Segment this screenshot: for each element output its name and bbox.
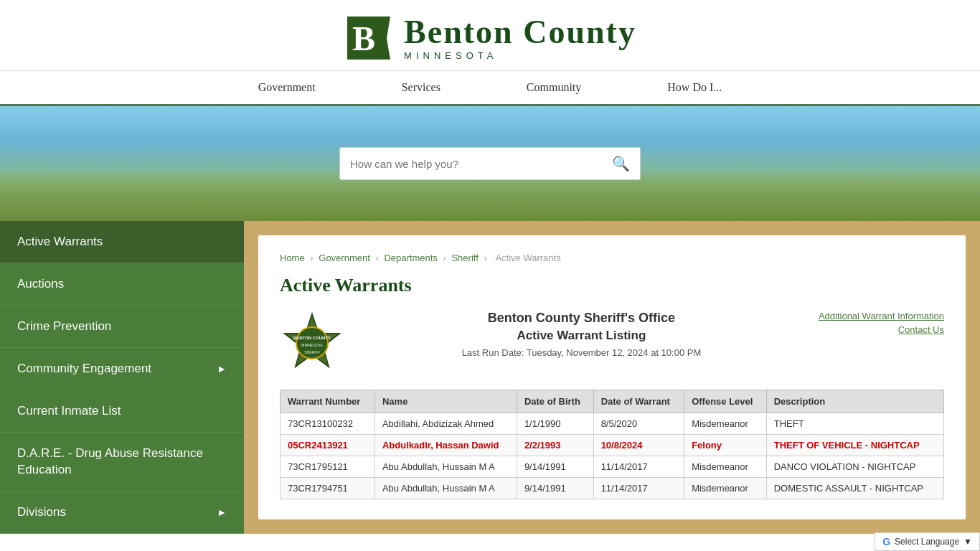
- table-cell: DANCO VIOLATION - NIGHTCAP: [766, 456, 943, 478]
- logo-text: Benton County MINNESOTA: [404, 16, 636, 61]
- search-input[interactable]: [340, 151, 602, 177]
- sidebar-label-community-engagement: Community Engagement: [17, 361, 151, 377]
- sidebar-label-active-warrants: Active Warrants: [17, 234, 103, 250]
- additional-warrant-info-link[interactable]: Additional Warrant Information: [819, 311, 944, 321]
- svg-text:BENTON COUNTY: BENTON COUNTY: [293, 336, 331, 340]
- col-offense-level: Offense Level: [684, 390, 767, 413]
- main-content: Home › Government › Departments › Sherif…: [258, 235, 966, 519]
- table-cell: 11/14/2017: [593, 456, 684, 478]
- table-cell: Felony: [684, 435, 767, 456]
- nav-how-do-i[interactable]: How Do I...: [624, 71, 765, 104]
- table-cell: 2/2/1993: [517, 435, 593, 456]
- breadcrumb-sep1: ›: [310, 253, 313, 263]
- breadcrumb-current: Active Warrants: [495, 253, 560, 263]
- sidebar-item-dare[interactable]: D.A.R.E. - Drug Abuse Resistance Educati…: [0, 433, 244, 491]
- sidebar-label-auctions: Auctions: [17, 276, 64, 292]
- breadcrumb: Home › Government › Departments › Sherif…: [280, 253, 944, 263]
- breadcrumb-home[interactable]: Home: [280, 253, 305, 263]
- table-cell: Abdillahi, Abdizizak Ahmed: [374, 413, 517, 435]
- chevron-right-icon-divisions: ►: [217, 507, 227, 518]
- col-description: Description: [766, 390, 943, 413]
- table-row: 73CR13100232Abdillahi, Abdizizak Ahmed1/…: [281, 413, 944, 435]
- sidebar-item-auctions[interactable]: Auctions: [0, 263, 244, 306]
- table-cell: 10/8/2024: [593, 435, 684, 456]
- table-row: 05CR2413921Abdulkadir, Hassan Dawid2/2/1…: [281, 435, 944, 456]
- table-cell: 11/14/2017: [593, 478, 684, 499]
- breadcrumb-departments[interactable]: Departments: [384, 253, 437, 263]
- table-cell: Misdemeanor: [684, 413, 767, 435]
- sidebar-item-crime-prevention[interactable]: Crime Prevention: [0, 306, 244, 348]
- table-cell: THEFT: [766, 413, 943, 435]
- table-cell: 73CR1794751: [281, 478, 375, 499]
- table-cell: 9/14/1991: [517, 456, 593, 478]
- nav-services[interactable]: Services: [359, 71, 484, 104]
- warrant-title-block: Benton County Sheriff's Office Active Wa…: [362, 311, 801, 358]
- search-button[interactable]: 🔍: [602, 155, 640, 172]
- col-warrant-number: Warrant Number: [281, 390, 375, 413]
- warrant-office-title: Benton County Sheriff's Office: [362, 311, 801, 326]
- breadcrumb-government[interactable]: Government: [319, 253, 370, 263]
- chevron-right-icon: ►: [217, 363, 227, 375]
- breadcrumb-sep4: ›: [484, 253, 486, 263]
- warrants-table: Warrant Number Name Date of Birth Date o…: [280, 390, 944, 499]
- table-cell: 05CR2413921: [281, 435, 375, 456]
- sidebar-item-community-engagement[interactable]: Community Engagement ►: [0, 348, 244, 390]
- warrant-header-box: BENTON COUNTY MINNESOTA SHERIFF Benton C…: [280, 311, 944, 375]
- contact-us-link[interactable]: Contact Us: [819, 324, 944, 335]
- col-name: Name: [374, 390, 517, 413]
- table-cell: Abdulkadir, Hassan Dawid: [374, 435, 517, 456]
- table-cell: DOMESTIC ASSAULT - NIGHTCAP: [766, 478, 943, 499]
- table-cell: Abu Abdullah, Hussain M A: [374, 478, 517, 499]
- sidebar-label-divisions: Divisions: [17, 504, 66, 520]
- sidebar-label-crime-prevention: Crime Prevention: [17, 319, 111, 334]
- search-icon: 🔍: [612, 156, 630, 171]
- warrant-links: Additional Warrant Information Contact U…: [819, 311, 944, 338]
- table-cell: 9/14/1991: [517, 478, 593, 499]
- table-cell: 73CR13100232: [281, 413, 375, 435]
- site-subtitle: MINNESOTA: [404, 50, 497, 61]
- svg-text:B: B: [352, 19, 375, 57]
- table-cell: THEFT OF VEHICLE - NIGHTCAP: [766, 435, 943, 456]
- sidebar-item-divisions[interactable]: Divisions ►: [0, 491, 244, 534]
- col-date-warrant: Date of Warrant: [593, 390, 684, 413]
- logo-area: B Benton County MINNESOTA: [0, 13, 980, 63]
- table-cell: Misdemeanor: [684, 478, 767, 499]
- nav-government[interactable]: Government: [215, 71, 359, 104]
- main-nav: Government Services Community How Do I..…: [0, 71, 980, 106]
- sidebar-label-current-inmate-list: Current Inmate List: [17, 403, 121, 419]
- content-wrapper: Active Warrants Auctions Crime Preventio…: [0, 221, 980, 534]
- warrants-tbody: 73CR13100232Abdillahi, Abdizizak Ahmed1/…: [281, 413, 944, 499]
- sidebar-item-current-inmate-list[interactable]: Current Inmate List: [0, 390, 244, 433]
- table-row: 73CR1794751Abu Abdullah, Hussain M A9/14…: [281, 478, 944, 499]
- page-title: Active Warrants: [280, 275, 944, 296]
- table-cell: 1/1/1990: [517, 413, 593, 435]
- table-cell: Misdemeanor: [684, 456, 767, 478]
- col-dob: Date of Birth: [517, 390, 593, 413]
- site-title: Benton County: [404, 16, 636, 49]
- sidebar-label-dare: D.A.R.E. - Drug Abuse Resistance Educati…: [17, 446, 227, 477]
- warrant-run-date: Last Run Date: Tuesday, November 12, 202…: [362, 347, 801, 358]
- warrant-listing-title: Active Warrant Listing: [362, 329, 801, 343]
- table-cell: Abu Abdullah, Hussain M A: [374, 456, 517, 478]
- hero-banner: 🔍: [0, 106, 980, 221]
- b-logo-icon: B: [344, 13, 394, 63]
- search-container: 🔍: [339, 147, 641, 180]
- sidebar: Active Warrants Auctions Crime Preventio…: [0, 221, 244, 534]
- table-row: 73CR1795121Abu Abdullah, Hussain M A9/14…: [281, 456, 944, 478]
- breadcrumb-sep2: ›: [375, 253, 378, 263]
- site-header: B Benton County MINNESOTA: [0, 0, 980, 71]
- svg-text:SHERIFF: SHERIFF: [304, 350, 319, 354]
- table-cell: 73CR1795121: [281, 456, 375, 478]
- sheriff-badge-icon: BENTON COUNTY MINNESOTA SHERIFF: [280, 311, 344, 375]
- translate-bar: G Select Language ▼: [875, 532, 980, 534]
- table-cell: 8/5/2020: [593, 413, 684, 435]
- breadcrumb-sep3: ›: [443, 253, 446, 263]
- breadcrumb-sheriff[interactable]: Sheriff: [451, 253, 478, 263]
- sidebar-item-active-warrants[interactable]: Active Warrants: [0, 221, 244, 263]
- svg-text:MINNESOTA: MINNESOTA: [301, 343, 323, 347]
- nav-community[interactable]: Community: [484, 71, 624, 104]
- table-header: Warrant Number Name Date of Birth Date o…: [281, 390, 944, 413]
